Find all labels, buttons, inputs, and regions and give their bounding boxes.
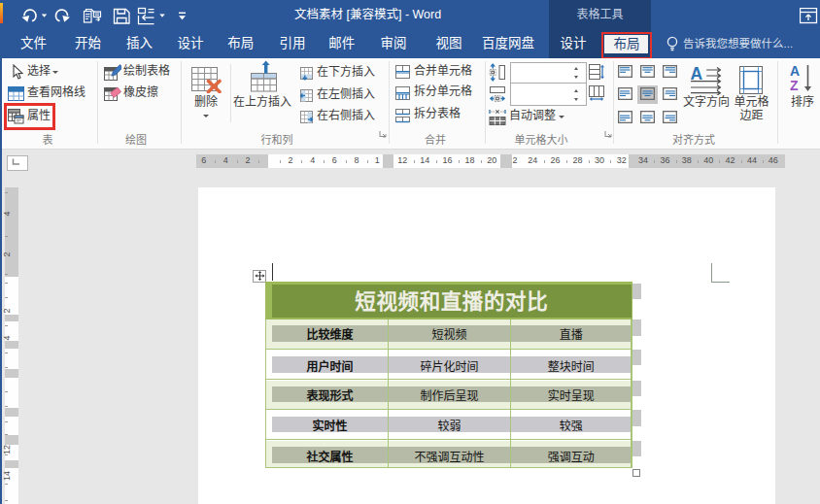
svg-text:A: A xyxy=(790,63,800,79)
svg-text:Z: Z xyxy=(790,78,799,93)
svg-text:A: A xyxy=(690,63,702,83)
